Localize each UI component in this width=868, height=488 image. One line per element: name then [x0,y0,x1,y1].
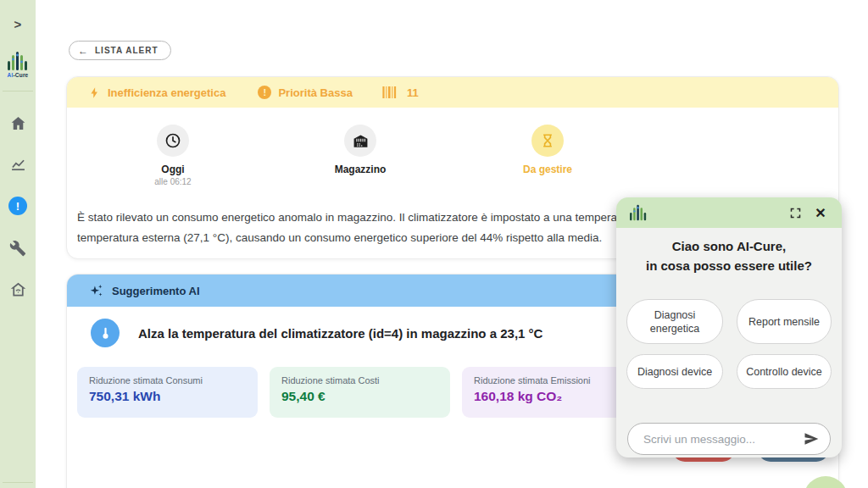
sidebar-divider [3,482,33,483]
line-chart-icon [9,156,27,174]
alert-badge-icon: ! [8,197,27,215]
sidebar-item-alerts[interactable]: ! [0,197,36,215]
chat-logo-bars-icon [628,204,648,221]
thermometer-badge [91,319,120,347]
chat-greeting-line1: Ciao sono AI-Cure, [616,236,842,256]
back-arrow-icon: ← [78,45,89,57]
meta-date-time: alle 06:12 [105,177,241,186]
chat-input-container [627,423,831,455]
hourglass-icon [540,133,555,148]
priority-warning-icon: ! [258,86,271,99]
chat-greeting-line2: in cosa posso essere utile? [616,256,842,275]
stat-emissioni-value: 160,18 kg CO₂ [474,389,631,404]
alert-card-header: Inefficienza energetica ! Priorità Bassa… [67,77,838,108]
stat-emissioni-label: Riduzione stimata Emissioni [474,375,631,385]
meta-circle [531,125,564,157]
chat-header: ✕ [616,197,842,228]
ai-sparkle-icon [88,283,104,299]
alert-meta-status: Da gestire [480,125,615,175]
send-icon [803,430,820,447]
warehouse-icon [353,133,369,149]
quick-action-controllo-device[interactable]: Controllo device [737,354,832,389]
logo-text: AI-Cure [0,72,36,78]
app-logo: AI-Cure [0,51,36,78]
quick-action-diagnosi-energetica[interactable]: Diagnosi energetica [626,299,723,344]
chat-greeting: Ciao sono AI-Cure, in cosa posso essere … [616,236,842,275]
sidebar-collapse-icon[interactable]: > [0,17,36,31]
stat-costi-value: 95,40 € [281,389,438,404]
suggestion-header-label: Suggerimento AI [112,285,200,297]
sidebar-item-home[interactable] [0,114,36,132]
fullscreen-icon [789,207,802,219]
quick-action-diagnosi-device[interactable]: Diagnosi device [626,354,723,389]
send-message-button[interactable] [801,429,821,449]
clock-icon [164,132,181,149]
meta-circle [344,125,376,157]
chat-close-button[interactable]: ✕ [811,203,830,222]
wrench-icon [9,240,26,257]
stat-consumi-value: 750,31 kWh [89,389,246,404]
stat-consumi-label: Riduzione stimata Consumi [89,375,246,385]
meta-date-label: Oggi [105,164,241,175]
logo-bars-icon [7,51,29,71]
smart-home-icon [9,280,27,298]
chat-expand-button[interactable] [786,203,804,222]
quick-action-report-mensile[interactable]: Report mensile [737,299,832,344]
chat-message-input[interactable] [643,433,801,446]
stat-card-costi: Riduzione stimata Costi 95,40 € [270,367,450,418]
back-button-label: LISTA ALERT [95,46,159,55]
stat-card-consumi: Riduzione stimata Consumi 750,31 kWh [77,367,258,418]
home-icon [9,114,27,132]
back-to-alert-list-button[interactable]: ← LISTA ALERT [69,41,171,60]
meta-status-label: Da gestire [480,164,615,175]
app-screen: > AI-Cure ! [0,0,868,488]
alert-count: 11 [407,86,419,99]
lightning-bolt-icon [88,86,101,99]
sidebar-divider [3,91,33,92]
alert-priority-label: Priorità Bassa [278,86,352,99]
sidebar-item-tools[interactable] [0,240,36,257]
alert-meta-location: Magazzino [292,125,428,175]
sidebar-item-analytics[interactable] [0,156,36,174]
chat-widget: ✕ Ciao sono AI-Cure, in cosa posso esser… [616,197,842,458]
suggestion-action-text: Alza la temperatura del climatizzatore (… [138,326,542,341]
thermometer-icon [98,326,113,341]
counter-barcode-icon [381,86,400,98]
sidebar: > AI-Cure ! [0,0,36,488]
sidebar-item-smart-home[interactable] [0,280,36,298]
suggestion-row: Alza la temperatura del climatizzatore (… [91,319,542,347]
stat-costi-label: Riduzione stimata Costi [281,375,438,385]
alert-type-label: Inefficienza energetica [108,86,225,99]
alert-meta-date: Oggi alle 06:12 [105,125,241,186]
meta-circle [157,125,189,157]
meta-location-label: Magazzino [292,164,428,175]
